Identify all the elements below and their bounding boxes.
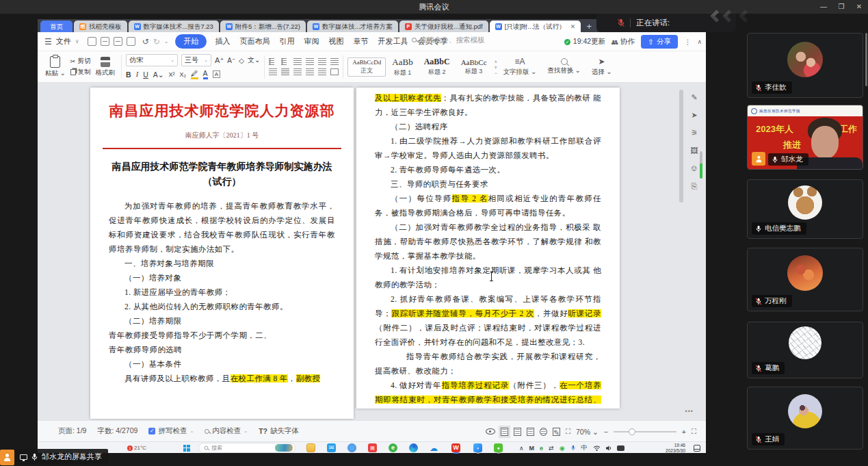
wechat-app-icon[interactable]: ● — [494, 443, 503, 453]
menu-item-review[interactable]: 审阅 — [304, 36, 319, 47]
microphone-tray-icon[interactable] — [570, 444, 576, 452]
find-replace-button[interactable]: 查找替换 ⌄ — [547, 58, 581, 75]
numbered-list-icon[interactable] — [281, 58, 289, 65]
content-check-button[interactable]: 内容检查⌄ — [205, 426, 248, 436]
menu-item-references[interactable]: 引用 — [279, 36, 294, 47]
collapse-ribbon-icon[interactable]: ∧ — [697, 38, 702, 45]
redo-icon[interactable]: ↻ — [153, 37, 160, 47]
wps-app-icon[interactable]: W — [451, 443, 460, 453]
styles-down-icon[interactable]: ∨ — [495, 64, 498, 69]
minimize-button[interactable]: — — [815, 0, 832, 14]
more-tools-icon[interactable]: ••• — [685, 408, 694, 415]
align-center-icon[interactable] — [281, 68, 289, 75]
copy-button[interactable]: 复制 — [70, 68, 91, 77]
tray-m-app-icon[interactable]: M — [529, 445, 535, 452]
tencent-meeting-app-icon[interactable]: ◗ — [473, 443, 482, 453]
styles-up-icon[interactable]: ∧ — [495, 59, 498, 64]
tab-pdf[interactable]: P关于做好我校...通知.pdf — [399, 21, 488, 32]
export-icon[interactable] — [101, 37, 109, 46]
menu-item-insert[interactable]: 插入 — [215, 36, 230, 47]
select-cursor-icon[interactable]: ➤ — [691, 112, 697, 119]
mail-app-icon[interactable]: ✉ — [327, 443, 336, 453]
weather-widget[interactable]: 1 21°C — [127, 443, 146, 453]
tab-document-1[interactable]: W数字媒体技术...报告7.23 — [129, 21, 219, 32]
format-painter-button[interactable]: 格式刷 — [96, 57, 116, 77]
zoom-slider[interactable] — [614, 431, 676, 432]
participant-tile[interactable]: 李佳歆 — [747, 33, 863, 98]
document-canvas[interactable]: 南昌应用技术师范学院人力资源部 南应师人字〔2021〕1 号 南昌应用技术师范学… — [38, 83, 706, 420]
fit-page-icon[interactable]: ⛶ — [566, 428, 570, 436]
participant-tile[interactable]: 王娟 — [747, 387, 863, 450]
sidebar-layout-icon[interactable]: ⎘ — [692, 183, 698, 190]
paste-button[interactable]: 粘贴 ⌄ — [45, 56, 66, 78]
superscript-button[interactable]: X² — [169, 71, 175, 78]
styles-more-icon[interactable]: ⌄ — [495, 70, 498, 75]
volume-icon[interactable] — [605, 445, 612, 452]
style-normal[interactable]: AaBbCcDd 正文 — [347, 57, 386, 77]
italic-button[interactable]: I — [136, 70, 139, 78]
red-app-icon[interactable]: ▤ — [368, 443, 377, 453]
browser-app-icon[interactable] — [347, 443, 356, 453]
tab-document-3[interactable]: W数字媒体技...才培养方案 — [307, 21, 398, 32]
taskbar-search-input[interactable] — [211, 445, 259, 451]
seal-icon[interactable]: ⎊ — [692, 165, 698, 172]
command-search[interactable] — [412, 36, 499, 44]
line-spacing-icon[interactable] — [318, 68, 326, 75]
bold-button[interactable]: B — [126, 70, 131, 79]
new-tab-button[interactable]: + — [586, 21, 592, 31]
increase-indent-icon[interactable] — [306, 58, 314, 65]
hidden-icons-chevron[interactable]: ∧ — [519, 445, 524, 452]
tab-active-document[interactable]: W[只读]附...法（试行）✕ — [490, 21, 581, 32]
paragraph-marks-icon[interactable] — [318, 58, 326, 65]
zoom-slider-knob[interactable] — [629, 428, 635, 435]
decrease-font-icon[interactable]: A⁻ — [227, 57, 235, 64]
menu-item-view[interactable]: 视图 — [328, 36, 343, 47]
close-button[interactable]: ✕ — [850, 0, 868, 14]
tab-close-icon[interactable]: ✕ — [570, 21, 576, 32]
zoom-level[interactable]: 70% ⌄ — [576, 428, 599, 436]
missing-font-button[interactable]: T?缺失字体 — [259, 426, 299, 436]
taskbar-search[interactable] — [198, 443, 295, 453]
view-print-layout-icon[interactable] — [501, 428, 508, 436]
print-preview-icon[interactable] — [127, 37, 135, 46]
more-options-icon[interactable]: ⋮ — [684, 38, 692, 46]
document-page-2[interactable]: 及以上职称者优先；具有扎实的教学技能，具备较高的教研 能力，近三年学生评教良好。… — [356, 88, 620, 409]
export-image-icon[interactable]: 🖼︎ — [691, 147, 698, 155]
pen-annotate-icon[interactable]: ✎ — [691, 94, 697, 101]
underline-button[interactable]: U — [143, 70, 148, 79]
justify-icon[interactable] — [306, 68, 314, 75]
eye-protect-icon[interactable] — [486, 428, 495, 435]
character-border-icon[interactable]: A — [213, 70, 220, 78]
select-button[interactable]: ➤ 选择 ⌄ — [592, 57, 612, 77]
menu-item-home[interactable]: 开始 — [175, 34, 207, 49]
save-icon[interactable] — [88, 37, 96, 46]
align-left-icon[interactable] — [269, 68, 277, 75]
start-button[interactable] — [183, 443, 190, 453]
zoom-in-button[interactable]: + — [682, 428, 686, 436]
sharer-indicator[interactable] — [0, 450, 14, 465]
document-page-1[interactable]: 南昌应用技术师范学院人力资源部 南应师人字〔2021〕1 号 南昌应用技术师范学… — [90, 88, 354, 419]
strikethrough-icon[interactable]: A⌄ — [153, 70, 164, 79]
ime-indicator[interactable]: 中 — [581, 443, 588, 452]
style-heading1[interactable]: AaBb 标题 1 — [387, 55, 417, 79]
command-search-input[interactable] — [420, 36, 499, 44]
notification-center-icon[interactable] — [694, 443, 700, 453]
font-color-icon[interactable]: A — [203, 69, 208, 79]
share-button[interactable]: ⇧分享 — [641, 35, 678, 49]
participant-tile[interactable]: 电信樊志鹏 — [747, 179, 863, 239]
align-right-icon[interactable] — [293, 68, 302, 75]
undo-icon[interactable]: ↺ — [142, 37, 149, 47]
subscript-button[interactable]: X₂ — [180, 71, 187, 78]
font-name-select[interactable]: 仿宋⌄ — [126, 54, 178, 66]
increase-font-icon[interactable]: A⁺ — [215, 56, 224, 65]
view-web-icon[interactable] — [540, 428, 547, 436]
collaborate-button[interactable]: 👥︎协作 — [611, 37, 635, 47]
borders-icon[interactable] — [330, 68, 339, 75]
file-menu[interactable]: ☰ 文件 ∨ — [44, 36, 79, 47]
highlight-color-icon[interactable]: 🖉 — [191, 69, 198, 79]
bullet-list-icon[interactable] — [269, 58, 277, 65]
view-book-icon[interactable] — [527, 428, 534, 436]
zoom-out-button[interactable]: − — [604, 428, 608, 436]
edge-browser-icon[interactable] — [409, 443, 418, 453]
camera-tray-icon[interactable] — [617, 445, 624, 451]
